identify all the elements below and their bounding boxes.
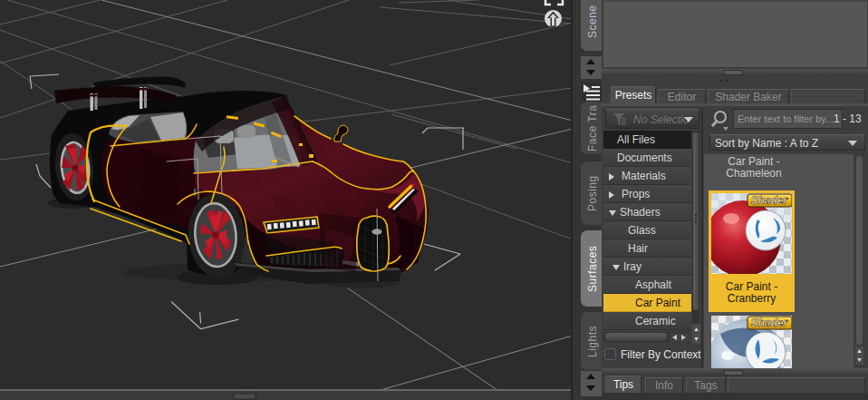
svg-text:Shader: Shader — [751, 317, 789, 329]
svg-text:Shader: Shader — [751, 194, 789, 207]
